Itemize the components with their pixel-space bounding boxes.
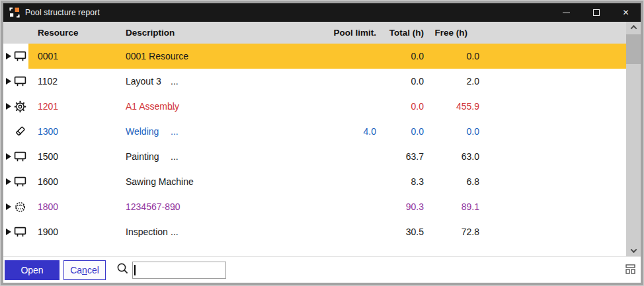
table-row[interactable]: 1201 ... A1 Assembly 0.0 455.9 [3, 94, 626, 119]
scroll-up-button[interactable] [626, 22, 641, 33]
scrollbar-thumb[interactable] [626, 34, 641, 64]
table-row[interactable]: 1800 ... 1234567-890 90.3 89.1 [3, 194, 626, 219]
total-hours-value: 30.5 [380, 227, 426, 237]
search-input[interactable] [132, 262, 226, 279]
chevron-up-icon [630, 25, 637, 32]
free-hours-value: 0.0 [426, 51, 481, 61]
open-button[interactable]: Open [5, 260, 60, 280]
text-caret [134, 265, 136, 275]
close-icon: ✕ [622, 9, 629, 17]
window-title: Pool structure report [25, 8, 100, 17]
column-header-resource: Resource [28, 28, 126, 38]
resource-description: ... Inspection [126, 219, 291, 244]
table-row[interactable]: 1102 ... Layout 3 0.0 2.0 [3, 69, 626, 94]
resource-id: 1102 [28, 76, 126, 87]
resource-description: ... Layout 3 [126, 69, 291, 94]
minimize-button[interactable] [551, 3, 581, 22]
expand-arrow-icon[interactable] [6, 153, 11, 160]
free-hours-value: 63.0 [426, 151, 481, 162]
chevron-down-icon [630, 246, 637, 253]
total-hours-value: 63.7 [380, 151, 426, 162]
expand-arrow-icon[interactable] [6, 229, 11, 235]
more-indicator: ... [171, 126, 179, 137]
resource-description: ... Painting [126, 144, 291, 169]
monitor-icon [13, 226, 26, 238]
total-hours-value: 90.3 [380, 201, 426, 212]
pool-limit-value: 4.0 [291, 126, 380, 137]
resource-id: 0001 [28, 51, 126, 61]
free-hours-value: 6.8 [426, 176, 481, 187]
table-row[interactable]: 1600 Sawing Machine 8.3 6.8 [3, 169, 626, 194]
monitor-icon [13, 151, 26, 162]
column-header-total: Total (h) [380, 28, 426, 38]
search-icon [116, 262, 129, 277]
table-header: Resource Description Pool limit. Total (… [3, 22, 626, 44]
total-hours-value: 0.0 [380, 51, 426, 61]
cancel-button[interactable]: Cancel [63, 260, 106, 280]
expand-arrow-icon[interactable] [6, 78, 11, 85]
total-hours-value: 8.3 [380, 176, 426, 187]
resource-id: 1300 [28, 126, 126, 137]
resource-description: ... Welding [126, 119, 291, 144]
table-empty-area [3, 244, 626, 256]
total-hours-value: 0.0 [380, 101, 426, 112]
total-hours-value: 0.0 [380, 126, 426, 137]
resource-description: ... 1234567-890 [126, 194, 291, 219]
monitor-icon [13, 176, 26, 188]
free-hours-value: 2.0 [426, 76, 481, 87]
maximize-button[interactable] [581, 3, 611, 22]
free-hours-value: 89.1 [426, 201, 481, 212]
gear-icon [13, 100, 26, 112]
resource-table: 0001 ... 0001 Resource 0.0 0.0 1102 ... … [3, 44, 626, 244]
table-row[interactable]: 0001 ... 0001 Resource 0.0 0.0 [3, 44, 626, 69]
resource-id: 1600 [28, 176, 126, 187]
monitor-icon [13, 75, 26, 87]
sphere-icon [13, 201, 26, 213]
resource-description: ... A1 Assembly [126, 94, 291, 119]
window-frame: Pool structure report ✕ Resource Descrip… [0, 0, 644, 286]
column-header-pool-limit: Pool limit. [291, 28, 380, 38]
resource-id: 1201 [28, 101, 126, 112]
table-row[interactable]: 1300 ... Welding 4.0 0.0 0.0 [3, 119, 626, 144]
column-header-description: Description [126, 28, 291, 38]
maximize-icon [593, 9, 600, 16]
pencil-icon [13, 125, 26, 137]
expand-arrow-icon[interactable] [6, 103, 11, 110]
free-hours-value: 0.0 [426, 126, 481, 137]
titlebar: Pool structure report ✕ [3, 3, 641, 22]
footer-bar: Open Cancel [3, 256, 641, 283]
resource-description: Sawing Machine [126, 169, 291, 194]
monitor-icon [13, 50, 26, 62]
free-hours-value: 455.9 [426, 101, 481, 112]
close-button[interactable]: ✕ [611, 3, 641, 22]
resource-id: 1900 [28, 227, 126, 237]
more-indicator: ... [171, 151, 179, 162]
scroll-down-button[interactable] [626, 245, 641, 256]
expand-arrow-icon[interactable] [6, 53, 11, 59]
more-indicator: ... [171, 76, 179, 87]
layout-icon [625, 264, 637, 276]
free-hours-value: 72.8 [426, 227, 481, 237]
expand-arrow-icon[interactable] [6, 178, 11, 185]
vertical-scrollbar[interactable] [626, 22, 641, 256]
table-row[interactable]: 1500 ... Painting 63.7 63.0 [3, 144, 626, 169]
expand-arrow-icon[interactable] [6, 203, 11, 210]
layout-view-button[interactable] [624, 264, 638, 277]
app-logo-icon [9, 7, 20, 18]
resource-id: 1800 [28, 201, 126, 212]
resource-description: ... 0001 Resource [126, 44, 291, 69]
column-header-free: Free (h) [426, 28, 481, 38]
minimize-icon [563, 13, 570, 13]
total-hours-value: 0.0 [380, 76, 426, 87]
resource-id: 1500 [28, 151, 126, 162]
table-row[interactable]: 1900 ... Inspection 30.5 72.8 [3, 219, 626, 244]
more-indicator: ... [171, 227, 179, 237]
